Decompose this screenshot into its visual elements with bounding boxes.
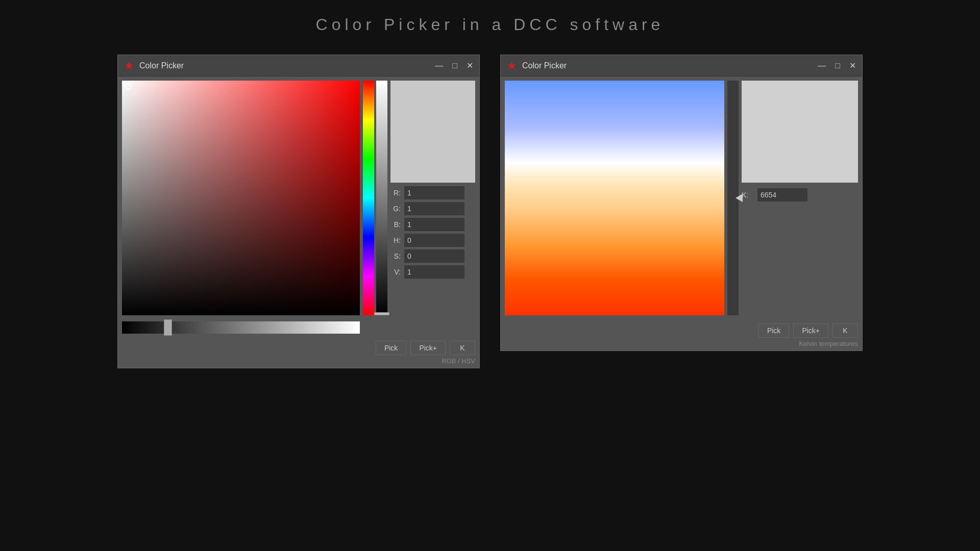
b-input[interactable] xyxy=(404,217,465,232)
kelvin-gradient-area[interactable] xyxy=(505,81,724,315)
left-panel-content: R: G: B: H: xyxy=(118,77,479,319)
left-panel-right: R: G: B: H: xyxy=(390,81,475,315)
left-star-icon: ★ xyxy=(124,59,134,72)
color-picker-cursor[interactable] xyxy=(125,84,131,90)
left-minimize-button[interactable]: — xyxy=(435,62,443,70)
hue-slider-vertical[interactable] xyxy=(363,81,374,315)
right-titlebar-buttons: — □ ✕ xyxy=(818,62,856,70)
right-pick-button[interactable]: Pick xyxy=(758,323,789,338)
kelvin-field-row: K: xyxy=(742,188,858,202)
kelvin-dark-strip[interactable] xyxy=(727,81,739,315)
field-row-g: G: xyxy=(390,202,475,216)
gradient-canvas[interactable] xyxy=(122,81,360,315)
right-k-button[interactable]: K xyxy=(832,323,858,338)
bottom-bar-left xyxy=(118,319,479,341)
right-window-title: Color Picker xyxy=(522,61,818,70)
s-input[interactable] xyxy=(404,249,465,263)
g-label: G: xyxy=(390,205,401,213)
color-gradient-area[interactable] xyxy=(122,81,360,315)
right-titlebar: ★ Color Picker — □ ✕ xyxy=(501,55,862,77)
right-color-picker-window: ★ Color Picker — □ ✕ K: xyxy=(500,55,863,351)
right-pickplus-button[interactable]: Pick+ xyxy=(793,323,828,338)
field-row-b: B: xyxy=(390,217,475,232)
hue-slider-horizontal[interactable] xyxy=(122,321,360,334)
value-slider-vertical[interactable] xyxy=(376,81,387,315)
b-label: B: xyxy=(390,220,401,229)
left-k-button[interactable]: K xyxy=(450,341,475,355)
left-maximize-button[interactable]: □ xyxy=(452,62,457,70)
hue-slider-thumb[interactable] xyxy=(164,319,172,336)
s-label: S: xyxy=(390,252,401,260)
right-caption: Kelvin temperatures xyxy=(501,338,862,350)
g-input[interactable] xyxy=(404,202,465,216)
h-input[interactable] xyxy=(404,233,465,247)
kelvin-gray-preview xyxy=(742,81,858,183)
field-row-v: V: xyxy=(390,265,475,279)
kelvin-right-side: K: xyxy=(742,81,858,315)
page-title: Color Picker in a DCC software xyxy=(316,15,665,34)
hue-track xyxy=(363,81,374,315)
kelvin-gradient-bg xyxy=(505,81,724,315)
right-maximize-button[interactable]: □ xyxy=(835,62,840,70)
r-input[interactable] xyxy=(404,186,465,200)
left-titlebar: ★ Color Picker — □ ✕ xyxy=(118,55,479,77)
v-input[interactable] xyxy=(404,265,465,279)
field-row-h: H: xyxy=(390,233,475,247)
r-label: R: xyxy=(390,189,401,197)
k-label: K: xyxy=(742,191,754,199)
kelvin-slider-thumb[interactable] xyxy=(736,194,743,202)
left-pick-button[interactable]: Pick xyxy=(376,341,406,355)
right-minimize-button[interactable]: — xyxy=(818,62,826,70)
right-panel-content: K: xyxy=(501,77,862,319)
value-thumb[interactable] xyxy=(374,312,389,315)
field-row-s: S: xyxy=(390,249,475,263)
left-color-picker-window: ★ Color Picker — □ ✕ xyxy=(117,55,480,368)
left-buttons-row: Pick Pick+ K xyxy=(118,341,479,355)
vertical-sliders xyxy=(363,81,387,315)
gradient-dark-overlay xyxy=(122,81,360,315)
left-titlebar-buttons: — □ ✕ xyxy=(435,62,473,70)
color-preview-box xyxy=(390,81,475,183)
left-close-button[interactable]: ✕ xyxy=(467,62,473,70)
right-buttons-row: Pick Pick+ K xyxy=(501,323,862,338)
fields-container: R: G: B: H: xyxy=(390,186,475,279)
right-star-icon: ★ xyxy=(507,59,517,72)
left-pickplus-button[interactable]: Pick+ xyxy=(410,341,446,355)
field-row-r: R: xyxy=(390,186,475,200)
right-close-button[interactable]: ✕ xyxy=(849,62,856,70)
h-label: H: xyxy=(390,236,401,244)
left-window-title: Color Picker xyxy=(139,61,435,70)
left-caption: RGB / HSV xyxy=(118,355,479,368)
k-input[interactable] xyxy=(757,188,808,202)
v-label: V: xyxy=(390,268,401,276)
value-track xyxy=(376,81,387,315)
